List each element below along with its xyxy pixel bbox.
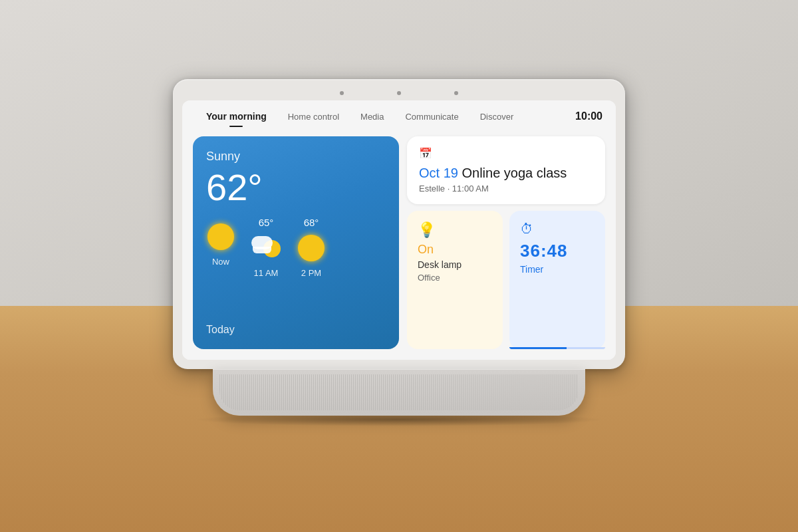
device-wrapper: Your morning Home control Media Communic… [173, 79, 625, 426]
partly-cloudy-icon [251, 236, 281, 260]
content-area: Sunny 62° Now 65° [182, 130, 616, 360]
tab-discover[interactable]: Discover [469, 109, 525, 124]
bottom-cards: 💡 On Desk lamp Office ⏱ 36:48 Timer [407, 211, 605, 349]
weather-temp-now: 62° [206, 169, 386, 206]
weather-condition: Sunny [206, 150, 386, 164]
timer-seconds: 48 [547, 241, 568, 261]
clock-display: 10:00 [575, 110, 602, 122]
device-top-bar [182, 88, 616, 100]
timer-colon: : [541, 241, 547, 261]
forecast-2pm: 68° 2 PM [297, 217, 326, 278]
camera-dot-left [340, 91, 344, 95]
lamp-card[interactable]: 💡 On Desk lamp Office [407, 211, 503, 349]
forecast-now-icon [206, 222, 235, 251]
timer-progress-bar [509, 347, 567, 349]
calendar-card[interactable]: 📅 Oct 19 Online yoga class Estelle · 11:… [407, 136, 605, 204]
tab-media[interactable]: Media [350, 109, 394, 124]
timer-card[interactable]: ⏱ 36:48 Timer [509, 211, 605, 349]
sun-icon-2pm [298, 235, 325, 261]
timer-icon: ⏱ [520, 221, 595, 237]
calendar-event-date: Oct 19 [419, 166, 458, 180]
right-column: 📅 Oct 19 Online yoga class Estelle · 11:… [407, 136, 605, 349]
weather-forecast: Now 65° 11 AM [206, 217, 386, 278]
forecast-11am-temp: 65° [259, 217, 274, 228]
speaker-fabric [219, 374, 579, 410]
tab-home-control[interactable]: Home control [277, 109, 350, 124]
nav-bar: Your morning Home control Media Communic… [182, 100, 616, 130]
forecast-now: Now [206, 217, 235, 278]
google-nest-hub: Your morning Home control Media Communic… [173, 79, 625, 369]
camera-dot-right [454, 91, 458, 95]
lamp-status: On [418, 243, 492, 257]
forecast-now-label: Now [212, 257, 229, 267]
calendar-icon: 📅 [419, 147, 432, 160]
speaker-base [213, 369, 585, 416]
calendar-event-name-text: Online yoga class [462, 166, 567, 180]
cloud-part [251, 236, 273, 249]
calendar-header: 📅 [419, 147, 593, 160]
timer-display: 36:48 [520, 241, 595, 261]
weather-card[interactable]: Sunny 62° Now 65° [193, 136, 399, 349]
forecast-2pm-icon [297, 233, 326, 263]
sun-icon [207, 223, 234, 250]
calendar-event-subtitle: Estelle · 11:00 AM [419, 184, 593, 194]
screen: Your morning Home control Media Communic… [182, 100, 616, 360]
calendar-event-title: Oct 19 Online yoga class [419, 166, 593, 181]
lamp-location: Office [418, 273, 492, 283]
lamp-bulb-icon: 💡 [418, 221, 492, 239]
camera-dot-center [397, 91, 401, 95]
weather-day-label: Today [206, 324, 386, 336]
forecast-2pm-label: 2 PM [301, 268, 321, 278]
forecast-11am-label: 11 AM [254, 268, 279, 278]
tab-your-morning[interactable]: Your morning [196, 108, 277, 124]
lamp-name: Desk lamp [418, 259, 492, 270]
timer-progress-track [509, 347, 605, 349]
timer-label: Timer [520, 264, 595, 275]
forecast-11am: 65° 11 AM [251, 217, 281, 278]
tab-communicate[interactable]: Communicate [394, 109, 469, 124]
forecast-11am-icon [251, 233, 281, 263]
forecast-2pm-temp: 68° [304, 217, 319, 228]
timer-minutes: 36 [520, 241, 541, 261]
